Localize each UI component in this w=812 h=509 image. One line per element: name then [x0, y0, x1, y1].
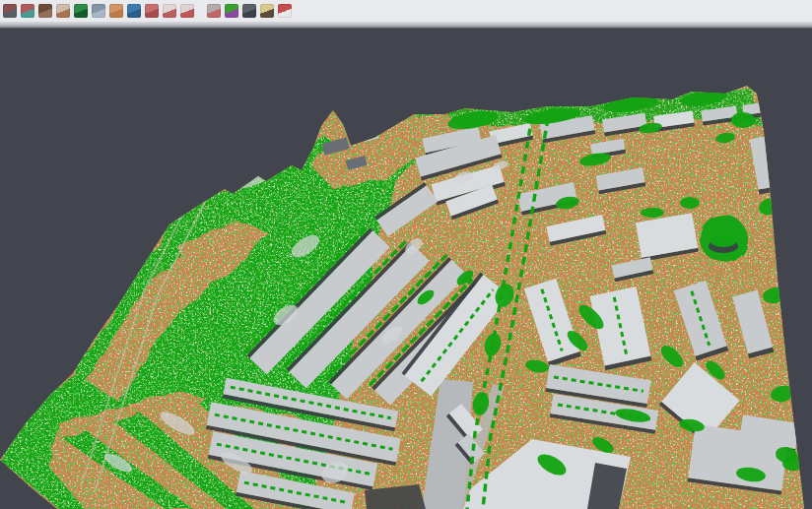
ortho-tile-icon[interactable]	[109, 4, 123, 18]
tree-canopy	[680, 197, 700, 209]
grid-tool-icon[interactable]	[207, 4, 221, 18]
layer-stack-icon[interactable]	[145, 4, 159, 18]
toolbar-separator	[0, 22, 812, 29]
selection-circle-icon[interactable]	[163, 4, 176, 18]
flag-icon[interactable]	[278, 4, 292, 18]
register-clouds-icon[interactable]	[21, 4, 34, 18]
park	[710, 235, 736, 247]
profile-section-icon[interactable]	[92, 4, 105, 18]
application-window	[0, 0, 812, 509]
tree-canopy	[641, 208, 664, 218]
globe-icon[interactable]	[127, 4, 141, 18]
viewport-3d[interactable]	[0, 0, 812, 509]
snapshot-icon[interactable]	[242, 4, 256, 18]
crop-box-icon[interactable]	[180, 4, 194, 18]
classification-icon[interactable]	[225, 4, 238, 18]
clear-marks-icon[interactable]	[260, 4, 274, 18]
open-cloud-icon[interactable]	[3, 4, 17, 18]
tree-canopy	[731, 112, 755, 128]
point-cloud-scene	[0, 0, 812, 509]
terrain-model-icon[interactable]	[38, 4, 52, 18]
toolbar	[0, 0, 812, 22]
dem-surface-icon[interactable]	[74, 4, 88, 18]
sparse-points-icon[interactable]	[56, 4, 70, 18]
